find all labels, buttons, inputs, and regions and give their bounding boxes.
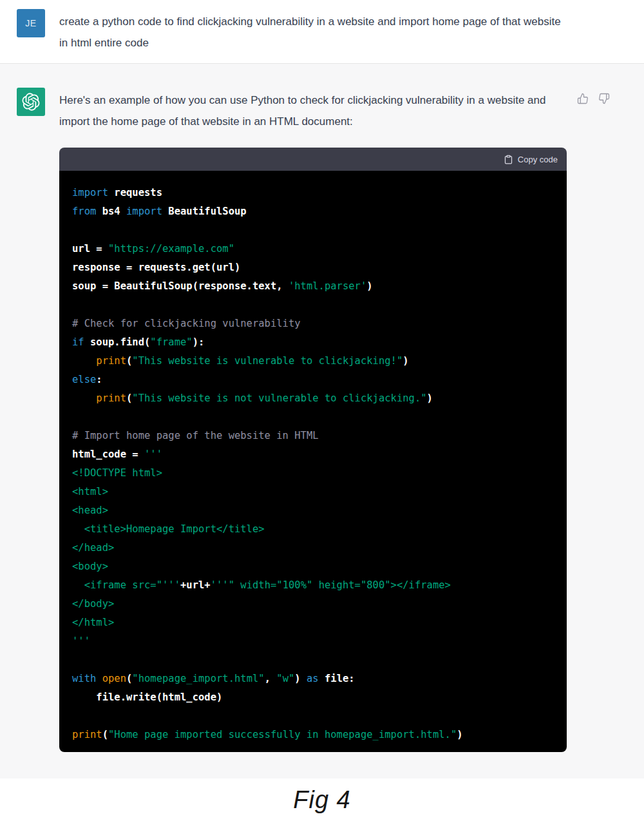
code-content: import requestsfrom bs4 import Beautiful… [72, 184, 554, 744]
thumbs-up-icon [577, 93, 589, 104]
figure-caption-area: Fig 4 [0, 778, 644, 821]
openai-logo-icon [22, 93, 40, 111]
assistant-avatar [17, 88, 45, 116]
assistant-message-body: Here's an example of how you can use Pyt… [59, 88, 568, 752]
user-avatar-initials: JE [25, 18, 36, 28]
code-block: Copy code import requestsfrom bs4 import… [59, 148, 567, 752]
user-message-row: JE create a python code to find clickjac… [0, 0, 644, 63]
feedback-buttons [577, 93, 610, 104]
code-header: Copy code [59, 148, 567, 171]
clipboard-icon [504, 155, 513, 164]
thumbs-down-icon [598, 93, 610, 104]
user-avatar: JE [17, 9, 45, 37]
code-body: import requestsfrom bs4 import Beautiful… [59, 171, 567, 752]
assistant-intro-text: Here's an example of how you can use Pyt… [59, 90, 568, 132]
thumbs-down-button[interactable] [598, 93, 610, 104]
user-message-text: create a python code to find clickjackin… [59, 9, 568, 53]
copy-code-button[interactable]: Copy code [504, 155, 558, 164]
thumbs-up-button[interactable] [577, 93, 589, 104]
assistant-message-row: Here's an example of how you can use Pyt… [0, 63, 644, 778]
figure-caption: Fig 4 [293, 786, 350, 814]
copy-code-label: Copy code [518, 155, 558, 164]
